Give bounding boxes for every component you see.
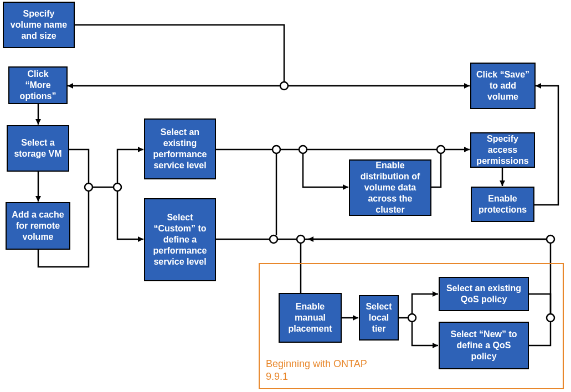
node-select-custom-psl: Select “Custom” to define a performance … [144, 198, 216, 281]
node-label: Specify access permissions [476, 133, 529, 167]
node-label: Enable distribution of volume data acros… [354, 160, 426, 215]
svg-point-0 [280, 82, 288, 90]
ontap-version-label: Beginning with ONTAP 9.9.1 [266, 358, 377, 384]
node-label: Specify volume name and size [8, 8, 69, 42]
node-label: Add a cache for remote volume [11, 209, 65, 243]
node-specify-volume: Specify volume name and size [3, 2, 75, 48]
svg-point-3 [272, 146, 280, 153]
node-label: Enable protections [476, 193, 529, 215]
node-enable-protections: Enable protections [471, 187, 534, 222]
node-label: Select a storage VM [12, 137, 64, 159]
node-enable-distribution: Enable distribution of volume data acros… [349, 159, 431, 216]
svg-point-7 [297, 235, 305, 243]
svg-point-6 [270, 235, 277, 243]
svg-point-1 [85, 183, 92, 191]
node-save-volume: Click “Save” to add volume [470, 63, 536, 109]
svg-point-2 [114, 183, 121, 191]
svg-point-4 [299, 146, 307, 153]
node-label: Click “More options” [14, 69, 62, 102]
node-select-svm: Select a storage VM [7, 125, 69, 172]
node-select-existing-psl: Select an existing performance service l… [144, 118, 216, 179]
node-add-cache: Add a cache for remote volume [6, 202, 70, 250]
node-label: Select “Custom” to define a performance … [150, 212, 210, 267]
frame-label-text: Beginning with ONTAP 9.9.1 [266, 358, 367, 382]
node-more-options: Click “More options” [8, 66, 68, 104]
node-label: Select an existing performance service l… [150, 127, 210, 171]
node-specify-permissions: Specify access permissions [470, 132, 535, 168]
svg-point-5 [437, 146, 445, 153]
svg-point-8 [547, 235, 554, 243]
node-label: Click “Save” to add volume [476, 69, 530, 102]
